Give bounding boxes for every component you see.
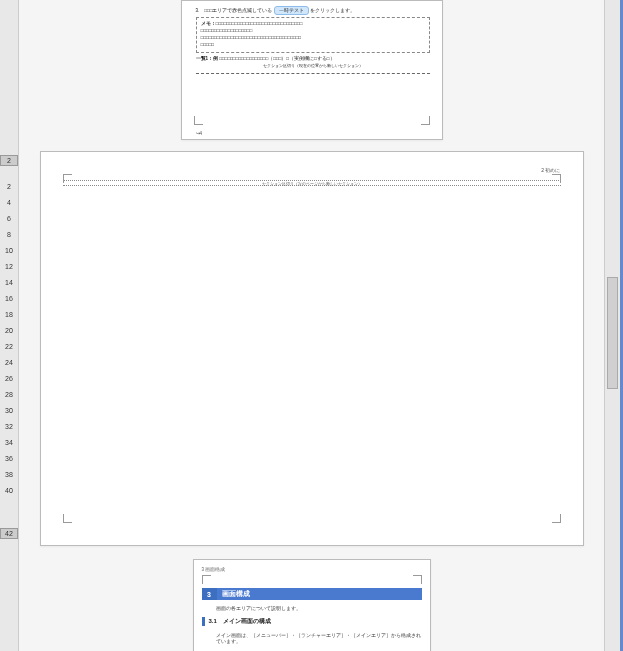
- crop-mark: [194, 116, 203, 125]
- ruler-tick: 20: [0, 322, 18, 338]
- ruler-tick: 40: [0, 482, 18, 498]
- ruler-margin-top[interactable]: 2: [0, 155, 18, 166]
- ruler-tick: 28: [0, 386, 18, 402]
- step-text: 3. □□□エリアで赤色点滅している: [196, 8, 273, 13]
- ruler-tick: 36: [0, 450, 18, 466]
- memo-text: □□□□□□□□□□□□□□□□□□□: [201, 28, 425, 33]
- crop-mark: [202, 575, 211, 584]
- memo-text: □□□□□: [201, 42, 425, 47]
- crop-mark: [421, 116, 430, 125]
- vertical-ruler[interactable]: 2 2 4 6 8 10 12 14 16 18 20 22 24 26 28 …: [0, 0, 19, 651]
- ruler-tick: 12: [0, 258, 18, 274]
- chapter-lead: 画面の各エリアについて説明します。: [216, 605, 301, 611]
- ruler-tick: 14: [0, 274, 18, 290]
- ruler-tick: 6: [0, 210, 18, 226]
- memo-label: メモ：: [201, 21, 216, 26]
- memo-box: メモ：□□□□□□□□□□□□□□□□□□□□□□□□□□□□□□□□ □□□□…: [196, 17, 430, 53]
- ruler-tick: 38: [0, 466, 18, 482]
- section-break: [196, 73, 430, 74]
- ruler-tick: 26: [0, 370, 18, 386]
- ruler-margin-bottom[interactable]: 42: [0, 528, 18, 539]
- ruler-tick: 10: [0, 242, 18, 258]
- ruler-tick: 32: [0, 418, 18, 434]
- page-1[interactable]: 3. □□□エリアで赤色点滅している 一時テスト をクリックします。 メモ：□□…: [181, 0, 443, 140]
- body-paragraph: メイン画面は、［メニューバー］・［ランチャーエリア］・［メインエリア］から構成さ…: [216, 632, 422, 644]
- section-heading: 3.1 メイン画面の構成: [202, 617, 422, 626]
- ruler-tick: 8: [0, 226, 18, 242]
- scrollbar-thumb[interactable]: [607, 277, 618, 389]
- crop-mark: [413, 575, 422, 584]
- ruler-tick: 4: [0, 194, 18, 210]
- ruler-tick: 2: [0, 178, 18, 194]
- page-header-left: 3 画面構成: [202, 567, 422, 572]
- ruler-tick: 22: [0, 338, 18, 354]
- section-break-band: セクション区切り（次のページから新しいセクション）: [63, 180, 561, 186]
- ruler-tick: 18: [0, 306, 18, 322]
- page-header-right: 2 初めに: [541, 167, 560, 173]
- page-2[interactable]: 2 初めに セクション区切り（次のページから新しいセクション）: [40, 151, 584, 546]
- memo-text: □□□□□□□□□□□□□□□□□□□□□□□□□□□□□□□□: [216, 21, 303, 26]
- chapter-title: 画面構成: [217, 588, 422, 600]
- section-break-text: セクション区切り（次のページから新しいセクション）: [262, 181, 362, 186]
- caption-text: □□□□□□□□□□□□□□□□□□（□□□）□（実例欄に□する□）: [219, 56, 334, 61]
- crop-mark: [552, 514, 561, 523]
- chapter-number: 3: [202, 588, 217, 600]
- vertical-scrollbar[interactable]: [604, 0, 620, 651]
- page-footer-left: ↪4: [196, 131, 203, 136]
- ruler-tick: 30: [0, 402, 18, 418]
- section-break-label: セクション区切り（現在の位置から新しいセクション）: [196, 63, 430, 68]
- ruler-tick: 34: [0, 434, 18, 450]
- crop-mark: [63, 514, 72, 523]
- caption-label: 一覧1：例: [196, 56, 219, 61]
- page-3[interactable]: 3 画面構成 3 画面構成 画面の各エリアについて説明します。 3.1 メイン画…: [193, 559, 431, 651]
- crop-mark: [63, 174, 72, 183]
- ruler-tick: 24: [0, 354, 18, 370]
- inline-badge: 一時テスト: [274, 6, 309, 15]
- crop-mark: [552, 174, 561, 183]
- memo-text: □□□□□□□□□□□□□□□□□□□□□□□□□□□□□□□□□□□□□: [201, 35, 425, 40]
- page-canvas[interactable]: 3. □□□エリアで赤色点滅している 一時テスト をクリックします。 メモ：□□…: [19, 0, 604, 651]
- ruler-tick: 16: [0, 290, 18, 306]
- document-view: 2 2 4 6 8 10 12 14 16 18 20 22 24 26 28 …: [0, 0, 623, 651]
- step-text-suffix: をクリックします。: [310, 8, 355, 13]
